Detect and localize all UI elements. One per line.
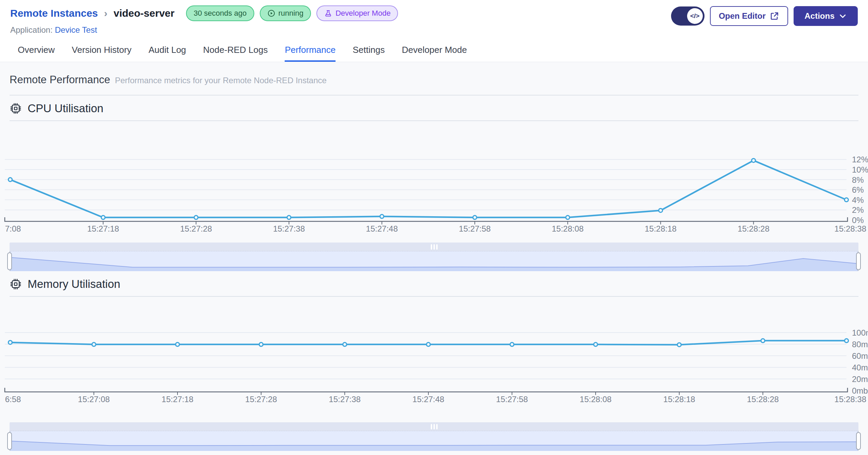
breadcrumb: Remote Instances › video-server 30 secon… bbox=[10, 5, 398, 21]
code-icon: </> bbox=[687, 8, 703, 24]
svg-text:15:28:38: 15:28:38 bbox=[835, 395, 866, 404]
application-row: Application: Device Test bbox=[10, 25, 398, 35]
svg-text:15:27:18: 15:27:18 bbox=[87, 224, 119, 233]
section-title-row: Remote Performance Performance metrics f… bbox=[10, 74, 858, 86]
page-title: Remote Performance bbox=[10, 74, 110, 86]
application-label: Application: bbox=[10, 25, 53, 34]
svg-text:15:27:38: 15:27:38 bbox=[329, 395, 360, 404]
svg-text:15:27:28: 15:27:28 bbox=[180, 224, 212, 233]
last-seen-text: 30 seconds ago bbox=[194, 9, 246, 18]
cpu-chart: 12%10%8%6%4%2%0%7:0815:27:1815:27:2815:2… bbox=[0, 121, 868, 237]
memory-brush-strip[interactable] bbox=[10, 422, 858, 431]
breadcrumb-instance-name: video-server bbox=[114, 8, 174, 19]
page-header: Remote Instances › video-server 30 secon… bbox=[0, 0, 868, 38]
tab-audit-log[interactable]: Audit Log bbox=[148, 38, 186, 62]
svg-text:6:58: 6:58 bbox=[5, 395, 21, 404]
tab-performance[interactable]: Performance bbox=[285, 38, 336, 62]
memory-chart: 100mb80mb60mb40mb20mb0mb6:5815:27:0815:2… bbox=[0, 297, 868, 415]
svg-text:6%: 6% bbox=[852, 185, 864, 194]
flask-icon bbox=[324, 9, 332, 18]
memory-brush-minimap bbox=[10, 431, 858, 451]
memory-section-header: Memory Utilisation bbox=[10, 277, 858, 291]
svg-text:15:28:18: 15:28:18 bbox=[645, 224, 677, 233]
cpu-brush-area[interactable] bbox=[10, 251, 858, 271]
tab-bar: OverviewVersion HistoryAudit LogNode-RED… bbox=[0, 38, 868, 62]
actions-label: Actions bbox=[805, 11, 835, 21]
svg-text:7:08: 7:08 bbox=[5, 224, 21, 233]
page-subtitle: Performance metrics for your Remote Node… bbox=[115, 76, 327, 85]
svg-text:15:27:48: 15:27:48 bbox=[412, 395, 444, 404]
svg-text:15:28:38: 15:28:38 bbox=[835, 224, 866, 233]
tab-overview[interactable]: Overview bbox=[18, 38, 55, 62]
svg-text:15:28:28: 15:28:28 bbox=[738, 224, 769, 233]
open-editor-label: Open Editor bbox=[719, 11, 766, 21]
drag-grip-icon[interactable] bbox=[431, 424, 438, 429]
memory-brush-left-handle[interactable] bbox=[7, 432, 12, 450]
svg-text:100mb: 100mb bbox=[852, 328, 868, 337]
drag-grip-icon[interactable] bbox=[431, 244, 438, 250]
svg-text:12%: 12% bbox=[852, 155, 868, 164]
svg-text:2%: 2% bbox=[852, 205, 864, 215]
svg-text:15:27:18: 15:27:18 bbox=[161, 395, 193, 404]
memory-chip-icon bbox=[10, 278, 22, 290]
tab-developer-mode[interactable]: Developer Mode bbox=[402, 38, 467, 62]
cpu-brush-strip[interactable] bbox=[10, 243, 858, 251]
svg-text:40mb: 40mb bbox=[852, 363, 868, 372]
svg-text:15:27:38: 15:27:38 bbox=[273, 224, 305, 233]
tab-node-red-logs[interactable]: Node-RED Logs bbox=[203, 38, 268, 62]
last-seen-badge: 30 seconds ago bbox=[186, 5, 254, 21]
cpu-brush-right-handle[interactable] bbox=[856, 252, 861, 270]
developer-mode-toggle[interactable]: </> bbox=[671, 6, 705, 26]
play-circle-icon bbox=[267, 9, 275, 17]
memory-brush-area[interactable] bbox=[10, 431, 858, 451]
external-link-icon bbox=[770, 11, 779, 21]
cpu-chart-brush[interactable] bbox=[10, 243, 858, 271]
cpu-chip-icon bbox=[10, 102, 22, 115]
svg-text:4%: 4% bbox=[852, 195, 864, 205]
breadcrumb-remote-instances[interactable]: Remote Instances bbox=[10, 8, 98, 19]
svg-text:15:27:08: 15:27:08 bbox=[78, 395, 110, 404]
svg-text:0mb: 0mb bbox=[852, 386, 868, 395]
svg-text:15:28:08: 15:28:08 bbox=[552, 224, 583, 233]
svg-text:15:27:58: 15:27:58 bbox=[459, 224, 490, 233]
svg-text:8%: 8% bbox=[852, 175, 864, 185]
svg-text:15:27:28: 15:27:28 bbox=[245, 395, 277, 404]
cpu-section-title: CPU Utilisation bbox=[28, 102, 103, 115]
svg-text:20mb: 20mb bbox=[852, 375, 868, 384]
tab-version-history[interactable]: Version History bbox=[72, 38, 131, 62]
svg-text:0%: 0% bbox=[852, 216, 864, 225]
actions-button[interactable]: Actions bbox=[794, 6, 858, 26]
cpu-brush-minimap bbox=[10, 251, 858, 271]
svg-text:15:27:58: 15:27:58 bbox=[496, 395, 528, 404]
performance-panel: Remote Performance Performance metrics f… bbox=[0, 74, 868, 451]
svg-text:15:28:28: 15:28:28 bbox=[747, 395, 779, 404]
memory-brush-right-handle[interactable] bbox=[856, 432, 861, 450]
developer-mode-badge: Developer Mode bbox=[316, 5, 398, 21]
memory-chart-brush[interactable] bbox=[10, 422, 858, 451]
tab-settings[interactable]: Settings bbox=[353, 38, 385, 62]
developer-mode-text: Developer Mode bbox=[336, 9, 390, 18]
cpu-section-header: CPU Utilisation bbox=[10, 102, 858, 115]
svg-text:15:27:48: 15:27:48 bbox=[366, 224, 398, 233]
status-text: running bbox=[279, 9, 303, 18]
cpu-brush-left-handle[interactable] bbox=[7, 252, 12, 270]
chevron-down-icon bbox=[839, 12, 847, 20]
svg-text:15:28:18: 15:28:18 bbox=[663, 395, 695, 404]
divider bbox=[10, 296, 858, 297]
memory-section-title: Memory Utilisation bbox=[28, 278, 120, 291]
open-editor-button[interactable]: Open Editor bbox=[710, 6, 788, 26]
status-badge: running bbox=[260, 5, 311, 21]
svg-text:10%: 10% bbox=[852, 165, 868, 174]
breadcrumb-separator-icon: › bbox=[103, 8, 108, 19]
svg-text:15:28:08: 15:28:08 bbox=[580, 395, 611, 404]
svg-text:60mb: 60mb bbox=[852, 351, 868, 361]
svg-text:80mb: 80mb bbox=[852, 340, 868, 349]
divider bbox=[10, 95, 858, 96]
application-link[interactable]: Device Test bbox=[55, 25, 97, 34]
